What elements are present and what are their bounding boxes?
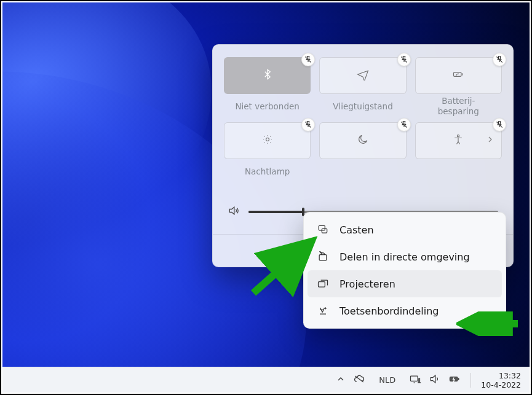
clock-date: 10-4-2022 bbox=[481, 380, 521, 389]
chevron-up-icon bbox=[336, 374, 346, 386]
menu-item-label: Casten bbox=[339, 224, 374, 236]
unpin-button[interactable] bbox=[493, 53, 506, 66]
quick-settings-tray[interactable] bbox=[403, 367, 467, 393]
unpin-button[interactable] bbox=[397, 118, 411, 131]
moon-icon bbox=[357, 133, 369, 148]
accessibility-label bbox=[457, 159, 459, 184]
svg-rect-9 bbox=[411, 376, 418, 381]
onedrive-icon bbox=[353, 373, 365, 388]
unpin-button[interactable] bbox=[397, 53, 411, 66]
network-icon bbox=[409, 373, 421, 388]
svg-line-7 bbox=[253, 244, 309, 293]
menu-item-project[interactable]: Projecteren bbox=[308, 270, 502, 297]
speaker-icon bbox=[429, 373, 441, 388]
battery-saver-label: Batterij- besparing bbox=[437, 94, 480, 119]
chevron-right-icon bbox=[485, 135, 495, 147]
accessibility-tile[interactable] bbox=[415, 122, 502, 159]
svg-rect-4 bbox=[322, 229, 327, 233]
bluetooth-label: Niet verbonden bbox=[234, 94, 300, 119]
language-label: NLD bbox=[379, 375, 395, 385]
tray-separator bbox=[470, 373, 471, 388]
menu-item-label: Projecteren bbox=[339, 278, 395, 290]
battery-saver-icon bbox=[452, 68, 464, 83]
unpin-button[interactable] bbox=[301, 118, 315, 131]
annotation-arrow bbox=[247, 232, 321, 299]
taskbar-clock[interactable]: 13:32 10-4-2022 bbox=[475, 371, 527, 389]
svg-point-2 bbox=[458, 135, 459, 137]
night-light-icon bbox=[261, 133, 274, 148]
menu-item-nearby-share[interactable]: Delen in directe omgeving bbox=[308, 243, 502, 270]
speaker-icon[interactable] bbox=[228, 205, 240, 219]
menu-item-label: Delen in directe omgeving bbox=[339, 251, 470, 263]
focus-tile[interactable] bbox=[319, 122, 406, 159]
accessibility-icon bbox=[452, 133, 464, 148]
language-indicator[interactable]: NLD bbox=[373, 367, 402, 393]
bluetooth-icon bbox=[261, 68, 274, 83]
airplane-icon bbox=[357, 68, 369, 83]
airplane-mode-label: Vliegtuigstand bbox=[332, 94, 394, 119]
night-light-label: Nachtlamp bbox=[244, 159, 291, 184]
quick-settings-tiles: Niet verbonden Vliegtuigstand bbox=[224, 57, 502, 184]
taskbar: NLD 13:32 10-4-2022 bbox=[2, 367, 530, 393]
tray-overflow[interactable] bbox=[330, 367, 371, 393]
battery-charging-icon bbox=[448, 373, 461, 388]
system-tray: NLD 13:32 10-4-2022 bbox=[330, 367, 527, 393]
annotation-arrow bbox=[456, 311, 524, 336]
keyboard-layout-icon bbox=[316, 305, 330, 317]
bluetooth-tile[interactable] bbox=[224, 57, 311, 94]
clock-time: 13:32 bbox=[499, 371, 521, 380]
unpin-button[interactable] bbox=[301, 53, 315, 66]
menu-item-label: Toetsenbordindeling bbox=[339, 305, 439, 317]
night-light-tile[interactable] bbox=[224, 122, 311, 159]
menu-item-cast[interactable]: Casten bbox=[308, 216, 502, 243]
unpin-button[interactable] bbox=[493, 118, 506, 131]
focus-label bbox=[362, 159, 364, 184]
svg-point-1 bbox=[266, 138, 269, 141]
airplane-mode-tile[interactable] bbox=[319, 57, 406, 94]
battery-saver-tile[interactable] bbox=[415, 57, 502, 94]
